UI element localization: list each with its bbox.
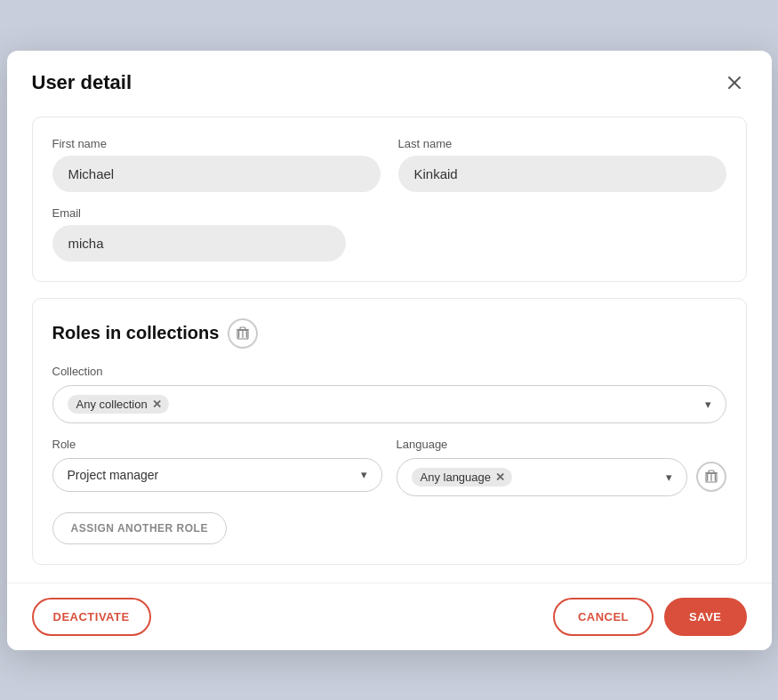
role-col: Role Project manager ▾ xyxy=(52,438,382,492)
first-name-group: First name xyxy=(52,137,381,192)
svg-rect-8 xyxy=(707,474,708,481)
role-dropdown-wrapper: Project manager ▾ xyxy=(52,458,382,492)
user-info-section: First name Last name Email xyxy=(32,117,747,282)
last-name-label: Last name xyxy=(398,137,726,150)
collection-tag-remove[interactable]: ✕ xyxy=(152,398,162,411)
svg-rect-10 xyxy=(714,474,715,481)
delete-language-button[interactable] xyxy=(696,462,726,492)
deactivate-button[interactable]: DEACTIVATE xyxy=(32,598,151,636)
collection-field: Collection Any collection ✕ ▾ xyxy=(52,365,726,423)
roles-section-header: Roles in collections xyxy=(52,318,726,349)
collection-dropdown-wrapper: Any collection ✕ ▾ xyxy=(52,385,726,423)
svg-rect-4 xyxy=(243,331,244,338)
language-dropdown[interactable]: Any language ✕ ▾ xyxy=(397,458,687,496)
delete-roles-button[interactable] xyxy=(228,318,258,349)
svg-rect-9 xyxy=(710,474,711,481)
role-value: Project manager xyxy=(68,468,159,482)
close-icon xyxy=(726,74,743,92)
first-name-label: First name xyxy=(52,137,381,150)
roles-section: Roles in collections Collection xyxy=(32,298,747,565)
email-row: Email xyxy=(52,206,726,261)
assign-another-role-button[interactable]: ASSIGN ANOTHER ROLE xyxy=(52,512,227,544)
assign-role-row: ASSIGN ANOTHER ROLE xyxy=(52,496,726,544)
modal-footer: DEACTIVATE CANCEL SAVE xyxy=(7,583,772,650)
language-label: Language xyxy=(397,438,726,451)
svg-rect-5 xyxy=(246,331,247,338)
language-col: Language Any language ✕ ▾ xyxy=(397,438,726,496)
language-chevron-icon: ▾ xyxy=(666,471,672,484)
close-button[interactable] xyxy=(722,70,747,95)
collection-dropdown[interactable]: Any collection ✕ ▾ xyxy=(52,385,726,423)
language-dropdown-wrapper: Any language ✕ ▾ xyxy=(397,458,687,496)
save-button[interactable]: SAVE xyxy=(664,598,746,636)
role-dropdown[interactable]: Project manager ▾ xyxy=(52,458,382,492)
name-row: First name Last name xyxy=(52,137,726,192)
collection-label: Collection xyxy=(52,365,726,378)
language-row: Any language ✕ ▾ xyxy=(397,458,726,496)
trash-language-icon xyxy=(704,470,718,484)
roles-section-title: Roles in collections xyxy=(52,323,220,343)
modal-title: User detail xyxy=(32,71,132,94)
language-tag-remove[interactable]: ✕ xyxy=(495,471,505,484)
role-language-row: Role Project manager ▾ Language xyxy=(52,438,726,496)
modal-header: User detail xyxy=(7,51,772,109)
footer-right-actions: CANCEL SAVE xyxy=(553,598,747,636)
cancel-button[interactable]: CANCEL xyxy=(553,598,654,636)
role-label: Role xyxy=(52,438,382,451)
role-chevron-icon: ▾ xyxy=(361,468,367,481)
last-name-input[interactable] xyxy=(398,156,726,192)
first-name-input[interactable] xyxy=(52,156,381,192)
user-detail-modal: User detail First name Last name xyxy=(7,51,772,650)
email-label: Email xyxy=(52,206,346,220)
collection-tag: Any collection ✕ xyxy=(68,395,169,414)
modal-body: First name Last name Email Roles in coll… xyxy=(7,109,772,583)
collection-chevron-icon: ▾ xyxy=(705,398,711,411)
language-tag: Any language ✕ xyxy=(412,468,513,487)
email-group: Email xyxy=(52,206,346,261)
svg-rect-3 xyxy=(238,331,239,338)
email-input[interactable] xyxy=(52,225,346,261)
last-name-group: Last name xyxy=(398,137,726,192)
trash-icon xyxy=(236,326,250,341)
